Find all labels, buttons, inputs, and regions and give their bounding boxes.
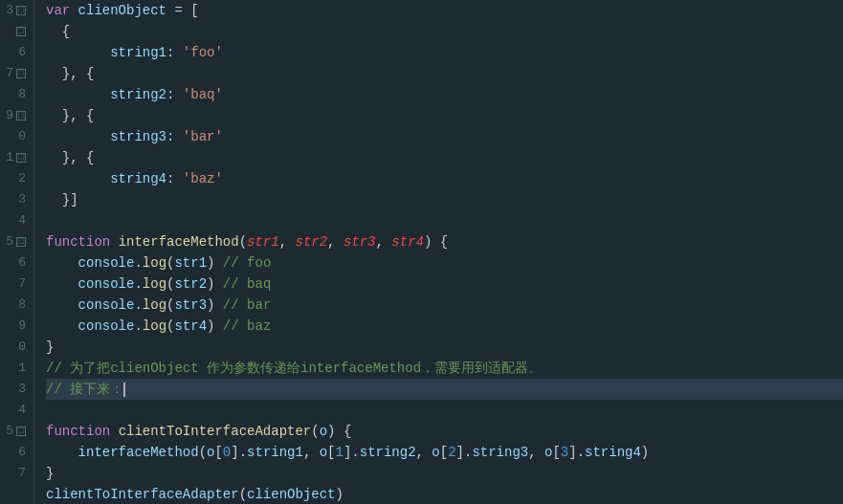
punc-token: (	[311, 421, 319, 442]
prop-token: string3	[46, 126, 166, 147]
code-line: function interfaceMethod(str1, str2, str…	[46, 231, 843, 252]
fold-icon[interactable]: □	[16, 6, 26, 15]
code-line: function clientToInterfaceAdapter(o) {	[46, 421, 843, 442]
op-token: = [	[166, 0, 199, 21]
line-number: 1	[4, 358, 26, 379]
line-number: 6	[4, 42, 26, 63]
var-token: o	[207, 442, 214, 463]
punc-token: {	[46, 21, 70, 42]
str-token: 'baz'	[183, 168, 223, 189]
punc-token: )	[207, 295, 214, 316]
op-token: :	[166, 84, 183, 105]
prop-token: string4	[46, 168, 166, 189]
code-line: // 接下来：	[46, 379, 843, 400]
str-token: 'baq'	[183, 84, 223, 105]
var-token: str4	[174, 316, 207, 337]
punc-token: )	[207, 316, 214, 337]
punc-token: (	[199, 442, 207, 463]
cm-token: // 为了把clienObject 作为参数传递给interfaceMethod…	[46, 358, 542, 379]
punc-token: (	[166, 316, 174, 337]
code-line: }, {	[46, 63, 843, 84]
code-line: }	[46, 337, 843, 358]
prop-token: console	[46, 316, 134, 337]
punc-token: }, {	[46, 105, 94, 126]
code-line: string1: 'foo'	[46, 42, 843, 63]
var-token: clienObject	[78, 0, 166, 21]
prop-token: string4	[585, 442, 641, 463]
punc-token: )	[207, 274, 214, 295]
line-number: 7	[4, 463, 26, 484]
punc-token: ,	[376, 231, 392, 252]
code-editor[interactable]: 3□□67□89□01□2345□678901345□67 var clienO…	[0, 0, 843, 504]
line-number: 3	[4, 189, 26, 210]
line-number: 7	[4, 274, 26, 295]
code-line: interfaceMethod(o[0].string1, o[1].strin…	[46, 442, 843, 463]
fn-token: clientToInterfaceAdapter	[119, 421, 312, 442]
punc-token: )	[335, 484, 343, 504]
op-token: :	[166, 168, 183, 189]
var-token: clienObject	[247, 484, 335, 504]
code-line: }]	[46, 189, 843, 210]
op-token: :	[166, 126, 183, 147]
code-line: clientToInterfaceAdapter(clienObject)	[46, 484, 843, 504]
punc-token: )	[641, 442, 649, 463]
code-line: string3: 'bar'	[46, 126, 843, 147]
prop-token: console	[46, 274, 134, 295]
line-number: 3	[4, 379, 26, 400]
line-number: 2	[4, 168, 26, 189]
code-line: }	[46, 463, 843, 484]
line-numbers: 3□□67□89□01□2345□678901345□67	[0, 0, 34, 504]
code-line	[46, 400, 843, 421]
punc-token: [	[327, 442, 335, 463]
line-number: 8	[4, 295, 26, 316]
line-number: 6	[4, 252, 26, 274]
punc-token: }, {	[46, 147, 94, 168]
line-number: 7□	[4, 63, 26, 84]
punc-token: }	[46, 463, 54, 484]
code-line: var clienObject = [	[46, 0, 843, 21]
idx-token: 0	[223, 442, 231, 463]
line-number: 9	[4, 316, 26, 337]
punc-token: [	[214, 442, 222, 463]
fold-icon[interactable]: □	[16, 69, 26, 78]
var-token: str1	[174, 252, 207, 274]
punc-token: ) {	[327, 421, 351, 442]
param-token: str4	[391, 231, 424, 252]
fold-icon[interactable]: □	[16, 153, 26, 163]
kw-token: function	[46, 231, 119, 252]
str-token: 'foo'	[183, 42, 223, 63]
punc-token: )	[207, 252, 214, 274]
punc-token: ].	[568, 442, 585, 463]
cm-token: // bar	[214, 295, 271, 316]
fold-icon[interactable]: □	[16, 111, 26, 121]
var-token: o	[432, 442, 439, 463]
punc-token: (	[166, 252, 174, 274]
var-token: o	[320, 442, 327, 463]
punc-token: (	[239, 231, 247, 252]
op-token: .	[134, 252, 142, 274]
code-line: string2: 'baq'	[46, 84, 843, 105]
punc-token: ].	[231, 442, 247, 463]
prop-token: string1	[247, 442, 303, 463]
text-cursor	[123, 383, 125, 397]
punc-token: ,	[279, 231, 296, 252]
fold-icon[interactable]: □	[16, 237, 26, 247]
line-number: 8	[4, 84, 26, 105]
line-number: 5□	[4, 231, 26, 252]
cm-token: // foo	[214, 252, 271, 274]
idx-token: 1	[336, 442, 344, 463]
code-area[interactable]: var clienObject = [ { string1: 'foo' }, …	[34, 0, 843, 504]
prop-token: string3	[472, 442, 528, 463]
punc-token: ,	[327, 231, 344, 252]
line-number: 3□	[4, 0, 26, 21]
line-number: 4	[4, 400, 26, 421]
code-line: console.log(str4) // baz	[46, 316, 843, 337]
line-number: 5□	[4, 421, 26, 442]
code-line: // 为了把clienObject 作为参数传递给interfaceMethod…	[46, 358, 843, 379]
fold-icon[interactable]: □	[16, 427, 26, 436]
line-number: 9□	[4, 105, 26, 126]
punc-token: }]	[46, 189, 78, 210]
fold-icon[interactable]: □	[16, 27, 26, 36]
line-number: 1□	[4, 147, 26, 168]
prop-token: string1	[46, 42, 166, 63]
